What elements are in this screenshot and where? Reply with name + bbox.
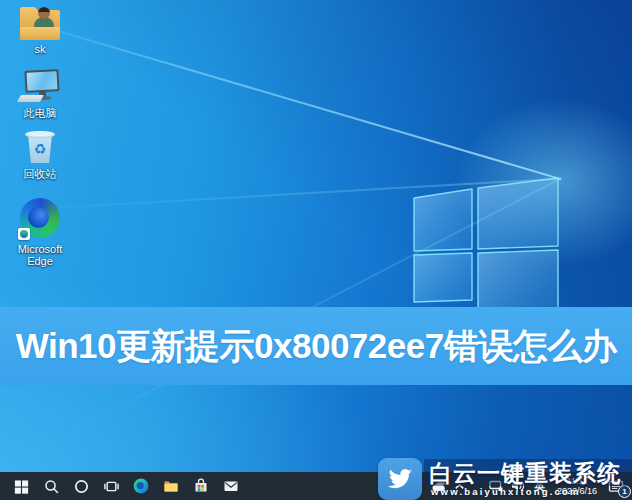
file-explorer-button[interactable]	[156, 472, 186, 500]
cortana-icon	[73, 478, 90, 495]
banner-title-text: Win10更新提示0x80072ee7错误怎么办	[16, 323, 616, 370]
taskbar-buttons	[0, 472, 246, 500]
edge-icon	[19, 198, 61, 240]
hidden-icons-button[interactable]	[450, 472, 469, 500]
network-tray-icon[interactable]	[485, 472, 507, 500]
store-icon	[192, 477, 210, 495]
taskbar: 英 11:11 2022/6/16 1	[0, 472, 632, 500]
windows-desktop: sk 此电脑 ♻ 回收站 Microsoft Edge Win10更新提示0x8…	[0, 0, 632, 500]
user-folder-icon	[17, 6, 63, 40]
cloud-icon	[431, 479, 447, 493]
recycle-glyph: ♻	[19, 142, 61, 156]
search-button[interactable]	[36, 472, 66, 500]
edge-icon	[132, 477, 150, 495]
language-indicator[interactable]: 英	[529, 472, 550, 500]
tray-date: 2022/6/16	[555, 486, 599, 496]
volume-tray-icon[interactable]	[507, 472, 529, 500]
search-icon	[43, 478, 60, 495]
desktop-icon-this-pc[interactable]: 此电脑	[6, 68, 74, 119]
recycle-bin-icon: ♻	[19, 131, 61, 165]
notification-badge: 1	[618, 485, 631, 498]
cortana-button[interactable]	[66, 472, 96, 500]
edge-taskbar-button[interactable]	[126, 472, 156, 500]
ethernet-icon	[488, 479, 504, 493]
tray-clock[interactable]: 11:11 2022/6/16	[550, 476, 604, 496]
chevron-up-icon	[453, 480, 466, 493]
desktop-icon-label: Edge	[6, 255, 74, 267]
desktop-icon-label: sk	[6, 43, 74, 55]
start-button[interactable]	[6, 472, 36, 500]
mail-button[interactable]	[216, 472, 246, 500]
task-view-icon	[103, 478, 120, 495]
mail-icon	[222, 477, 240, 495]
desktop-icon-label: Microsoft	[6, 243, 74, 255]
windows-logo	[400, 168, 570, 320]
tray-time: 11:11	[555, 476, 599, 486]
file-explorer-icon	[162, 477, 180, 495]
action-center-button[interactable]: 1	[604, 472, 630, 500]
speaker-icon	[510, 479, 526, 493]
microsoft-store-button[interactable]	[186, 472, 216, 500]
windows-flag-icon	[13, 478, 30, 495]
desktop-icon-edge[interactable]: Microsoft Edge	[6, 198, 74, 267]
desktop-icon-user-folder[interactable]: sk	[6, 6, 74, 55]
desktop-icon-label: 此电脑	[6, 107, 74, 119]
weather-tray-icon[interactable]	[428, 472, 450, 500]
this-pc-icon	[15, 68, 65, 104]
desktop-icon-label: 回收站	[6, 168, 74, 180]
system-tray: 英 11:11 2022/6/16 1	[428, 472, 630, 500]
task-view-button[interactable]	[96, 472, 126, 500]
edge-badge-icon	[18, 228, 30, 240]
title-banner: Win10更新提示0x80072ee7错误怎么办	[0, 307, 632, 385]
desktop-icon-recycle-bin[interactable]: ♻ 回收站	[6, 131, 74, 180]
